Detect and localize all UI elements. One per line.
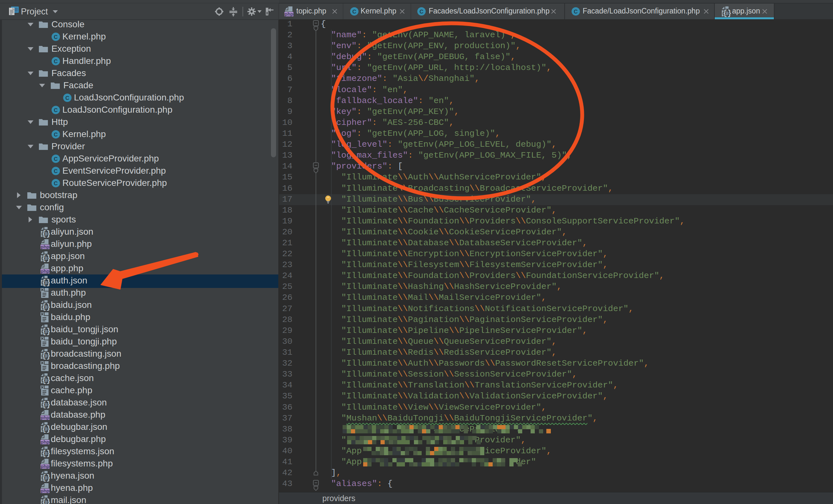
svg-text:php: php: [41, 463, 49, 469]
svg-text:{}: {}: [42, 352, 50, 359]
svg-text:{}: {}: [42, 401, 50, 408]
svg-text:php: php: [41, 439, 49, 445]
svg-text:php: php: [41, 488, 49, 494]
svg-text:C: C: [54, 131, 57, 137]
svg-text:C: C: [65, 95, 69, 101]
svg-text:{}: {}: [42, 425, 50, 433]
svg-text:php: php: [284, 11, 293, 17]
svg-text:C: C: [420, 9, 423, 15]
svg-text:{}: {}: [42, 449, 50, 457]
svg-text:{}: {}: [42, 279, 50, 286]
svg-text:{}: {}: [42, 474, 50, 481]
svg-text:C: C: [54, 58, 57, 64]
svg-text:{}: {}: [723, 9, 731, 17]
svg-text:{}: {}: [42, 303, 50, 311]
svg-text:php: php: [41, 268, 49, 274]
svg-text:{}: {}: [42, 376, 50, 384]
svg-text:C: C: [54, 180, 57, 186]
svg-text:php: php: [41, 244, 49, 249]
svg-text:{}: {}: [42, 254, 50, 262]
svg-text:C: C: [54, 107, 57, 113]
svg-text:C: C: [54, 34, 57, 40]
svg-text:C: C: [54, 156, 57, 162]
svg-text:{}: {}: [42, 230, 50, 237]
svg-text:php: php: [41, 415, 49, 420]
svg-text:C: C: [54, 168, 57, 174]
svg-text:C: C: [574, 9, 577, 15]
svg-text:C: C: [352, 9, 356, 15]
svg-text:{}: {}: [42, 327, 50, 335]
svg-text:{}: {}: [42, 498, 50, 504]
